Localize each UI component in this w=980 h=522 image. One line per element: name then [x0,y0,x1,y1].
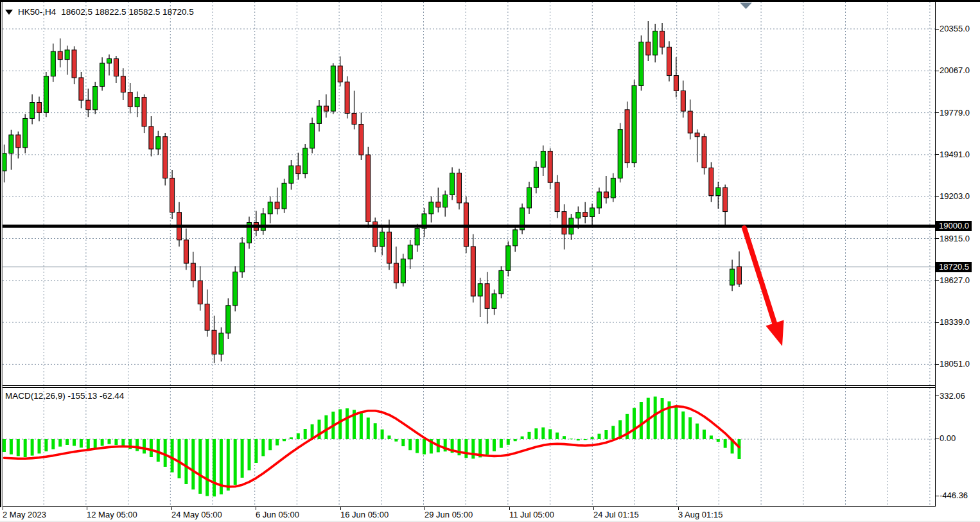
macd-histogram-bar [394,439,398,442]
candle [303,144,308,178]
macd-histogram-bar [514,439,517,441]
candle [660,23,665,55]
macd-histogram-bar [570,439,573,439]
macd-histogram-bar [604,430,608,439]
candle [30,94,35,124]
candle [184,229,188,270]
time-axis-label: 11 Jul 05:00 [509,510,554,519]
candle [100,57,105,91]
axis-tick-mark [936,496,939,496]
macd-histogram-bar [58,439,62,447]
candle [492,290,496,315]
symbol-collapse-icon[interactable] [5,10,13,15]
price-axis-label: 18915.0 [940,234,970,243]
candle [324,94,328,117]
candle [226,298,231,338]
axis-tick-mark [936,154,939,155]
price-chart-pane[interactable] [3,2,935,386]
macd-histogram-bar [738,439,741,459]
macd-histogram-bar [416,439,419,453]
macd-histogram-bar [360,413,363,439]
macd-axis-label: 0.00 [940,433,956,443]
price-axis-label: 18051.0 [940,359,970,369]
candle [51,44,55,82]
candle [506,241,511,276]
candle [499,266,503,299]
candle [555,175,559,218]
macd-histogram-bar [724,439,727,448]
price-axis-label: 19779.0 [940,108,970,117]
price-axis[interactable]: 20355.020067.019779.019491.019203.018915… [936,2,980,507]
macd-histogram-bar [423,439,426,455]
candle [261,208,265,235]
axis-tick-mark [936,238,939,239]
candle [275,187,279,214]
macd-histogram-bar [500,439,503,448]
candle [296,153,301,180]
candle [191,252,195,288]
candle [478,278,482,317]
price-axis-boxed-label: 18720.5 [936,262,972,272]
macd-histogram-bar [114,439,118,445]
macd-indicator-pane[interactable] [3,387,935,507]
macd-histogram-bar [101,439,104,446]
candle [317,100,322,132]
candle [240,237,245,277]
macd-histogram-bar [164,439,167,467]
candle [3,144,6,182]
time-axis-label: 24 May 05:00 [171,510,222,519]
macd-histogram-bar [80,439,83,448]
macd-histogram-bar [324,415,328,439]
macd-histogram-bar [374,423,377,439]
macd-histogram-bar [611,426,615,439]
macd-histogram-bar [276,439,279,446]
macd-histogram-bar [548,429,552,439]
macd-histogram-bar [507,439,510,445]
candle [471,234,475,303]
macd-histogram-bar [464,439,468,458]
candle [429,196,433,223]
macd-axis-label: -446.36 [940,491,968,500]
candle [597,187,602,214]
macd-histogram-bar [696,424,699,439]
candle [730,259,735,291]
time-axis[interactable]: 2 May 202312 May 05:0024 May 05:006 Jun … [0,507,980,522]
candle [9,130,13,170]
macd-histogram-bar [577,439,580,440]
axis-tick-mark [936,439,939,439]
macd-histogram-bar [640,402,643,439]
down-arrow-object[interactable] [744,228,784,346]
price-axis-label: 20067.0 [940,65,970,75]
candle [443,191,448,217]
candle [142,94,146,133]
macd-histogram-bar [584,439,587,440]
macd-histogram-bar [17,439,20,456]
candle [198,266,202,311]
candle [345,76,349,119]
time-axis-label: 2 May 2023 [3,510,46,519]
axis-tick-mark [936,112,939,113]
time-axis-label: 6 Jun 05:00 [256,510,299,519]
macd-histogram-bar [73,439,76,446]
candle [149,116,153,156]
macd-histogram-bar [283,439,286,441]
time-axis-label: 24 Jul 01:15 [593,510,639,519]
macd-histogram-bar [703,430,706,439]
macd-histogram-bar [38,439,41,453]
candle [268,196,272,223]
macd-histogram-bar [367,417,370,439]
macd-histogram-bar [261,439,265,456]
chart-shift-marker-icon[interactable] [740,3,752,9]
candle [520,204,525,234]
macd-histogram-bar [528,432,531,439]
time-axis-label: 12 May 05:00 [87,510,137,519]
macd-histogram-bar [304,429,307,439]
candle [695,129,699,162]
candle [716,182,721,209]
candle [65,46,69,74]
macd-signal-line [4,406,740,487]
macd-histogram-bar [150,439,153,457]
candle [72,46,76,84]
axis-tick-mark [936,29,939,30]
time-axis-label: 29 Jun 05:00 [424,510,473,519]
